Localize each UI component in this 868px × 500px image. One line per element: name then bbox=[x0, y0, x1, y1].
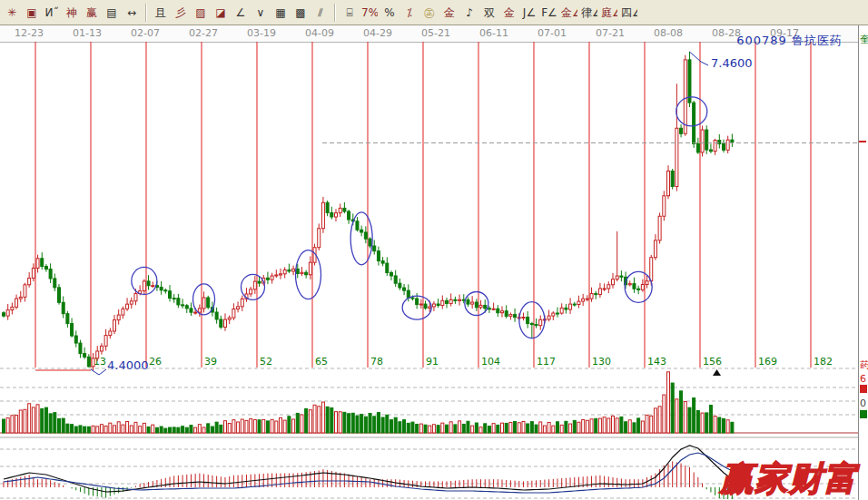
stock-analysis-window: ✳▣И˝神赢▤↔且彡▨◪∠∨▦▩⫽⌸7%%⁒㊣金♪双金J∠F∠金∠律∠庭∠四∠ … bbox=[0, 0, 868, 500]
tool-lv-angle[interactable]: 律∠ bbox=[580, 4, 598, 22]
macd-indicator bbox=[4, 446, 732, 499]
tool-rectangle[interactable]: 且 bbox=[152, 4, 170, 22]
stock-name: 鲁抗医药 bbox=[792, 34, 843, 47]
tool-period-ruler[interactable]: ▤ bbox=[103, 4, 121, 22]
drawing-toolbar: ✳▣И˝神赢▤↔且彡▨◪∠∨▦▩⫽⌸7%%⁒㊣金♪双金J∠F∠金∠律∠庭∠四∠ bbox=[0, 0, 868, 25]
current-price-tick bbox=[859, 141, 866, 142]
cycle-count-label: 78 bbox=[370, 356, 383, 368]
macd-dif-line bbox=[4, 446, 732, 492]
down-color-swatch bbox=[860, 410, 867, 418]
toolbar-separator bbox=[334, 4, 336, 22]
cycle-count-label: 91 bbox=[426, 356, 439, 368]
tool-measure-ying[interactable]: 赢 bbox=[83, 4, 101, 22]
tool-parallel-lines[interactable]: ⫽ bbox=[311, 4, 330, 22]
up-color-swatch bbox=[860, 385, 867, 393]
ellipse-annotations[interactable] bbox=[132, 97, 707, 338]
tool-zigzag[interactable]: ∨ bbox=[252, 4, 270, 22]
cycle-count-label: 13 bbox=[94, 356, 106, 368]
macd-dea-line bbox=[4, 453, 732, 493]
tool-wave-count[interactable]: И˝ bbox=[43, 4, 61, 22]
cycle-count-label: 156 bbox=[703, 356, 722, 368]
chart-canvas[interactable]: 13263952657891104117130143156169182 bbox=[0, 25, 868, 500]
cycle-count-label: 169 bbox=[758, 356, 777, 368]
tool-golden-section[interactable]: 金 bbox=[440, 4, 459, 22]
side-top-char: 奎 bbox=[860, 34, 868, 44]
cycle-count-label: 182 bbox=[814, 356, 833, 368]
cycle-count-label: 65 bbox=[315, 356, 328, 368]
cycle-turn-circle bbox=[241, 274, 264, 299]
tool-percent-line[interactable]: ⁒ bbox=[400, 4, 419, 22]
right-panel-edge: 奎 药 6 0 bbox=[858, 25, 868, 500]
side-vol-up-value: 6 bbox=[860, 374, 866, 384]
stock-code: 600789 bbox=[736, 34, 787, 47]
tool-trend-angle[interactable]: ∠ bbox=[232, 4, 250, 22]
cycle-count-label: 117 bbox=[537, 356, 556, 368]
low-price-label: 4.4000 bbox=[107, 358, 149, 372]
cycle-count-label: 52 bbox=[260, 356, 272, 368]
tool-percent-7[interactable]: 7% bbox=[360, 4, 379, 22]
cycle-count-label: 143 bbox=[647, 356, 666, 368]
toolbar-separator bbox=[145, 4, 147, 22]
tool-percent[interactable]: % bbox=[380, 4, 399, 22]
tool-shaded-box[interactable]: ▨ bbox=[192, 4, 210, 22]
cycle-count-label: 130 bbox=[592, 356, 611, 368]
cycle-count-label: 104 bbox=[481, 356, 500, 368]
tool-grid-dense[interactable]: ▩ bbox=[291, 4, 310, 22]
tool-j-angle[interactable]: J∠ bbox=[520, 4, 538, 22]
tool-grid[interactable]: ▦ bbox=[271, 4, 290, 22]
tool-fib-levels[interactable]: ⌸ bbox=[340, 4, 359, 22]
volume-marker-triangle bbox=[713, 369, 721, 376]
cycle-time-lines[interactable]: 13263952657891104117130143156169182 bbox=[35, 42, 833, 370]
tool-gold-angle[interactable]: 金∠ bbox=[560, 4, 578, 22]
tool-measure-shen[interactable]: 神 bbox=[63, 4, 81, 22]
tool-si-angle[interactable]: 四∠ bbox=[620, 4, 638, 22]
cycle-count-label: 26 bbox=[149, 356, 162, 368]
cycle-count-label: 39 bbox=[204, 356, 217, 368]
peak-price-label: 7.4600 bbox=[711, 56, 753, 70]
cycle-turn-circle bbox=[295, 250, 321, 299]
tool-width-measure[interactable]: ↔ bbox=[123, 4, 141, 22]
tool-golden-line[interactable]: 金 bbox=[500, 4, 518, 22]
tool-fan-box[interactable]: ◪ bbox=[212, 4, 230, 22]
price-pointers bbox=[91, 52, 708, 375]
tool-note[interactable]: ♪ bbox=[460, 4, 478, 22]
tool-gann-box[interactable]: ▣ bbox=[23, 4, 41, 22]
tool-ray-fan[interactable]: 彡 bbox=[172, 4, 190, 22]
tool-starburst[interactable]: ✳ bbox=[3, 4, 21, 22]
stock-title: 600789 鲁抗医药 bbox=[736, 33, 843, 49]
tool-ting-angle[interactable]: 庭∠ bbox=[600, 4, 618, 22]
tool-double-top[interactable]: 双 bbox=[480, 4, 498, 22]
tool-f-angle[interactable]: F∠ bbox=[540, 4, 558, 22]
side-vol-dn-value: 0 bbox=[860, 398, 866, 408]
side-mid-char: 药 bbox=[860, 360, 868, 370]
tool-golden-circle[interactable]: ㊣ bbox=[420, 4, 439, 22]
cycle-turn-circle bbox=[676, 97, 707, 126]
